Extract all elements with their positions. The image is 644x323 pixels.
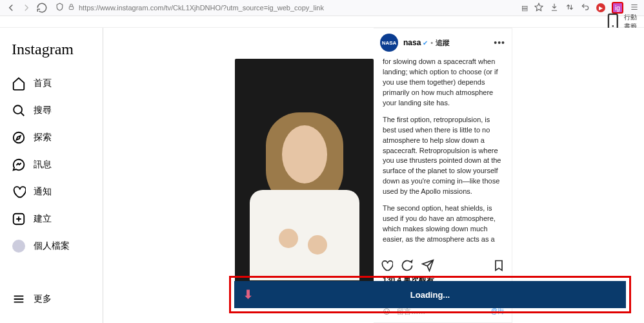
instagram-logo[interactable]: Instagram	[5, 38, 97, 70]
caption-paragraph: The first option, retropropulsion, is be…	[383, 115, 503, 198]
bookmarks-bar: 行動書籤	[0, 16, 644, 28]
download-bar-highlight: ⬇ Loading...	[229, 276, 631, 313]
back-button[interactable]	[5, 2, 17, 14]
sidebar-item-label: 個人檔案	[34, 240, 70, 252]
sidebar-item-label: 首頁	[34, 78, 52, 89]
post-header: NASA nasa ✔ • 追蹤 •••	[374, 28, 512, 57]
address-bar[interactable]: https://www.instagram.com/tv/CkL1XjhDNHO…	[52, 3, 515, 13]
messenger-icon	[12, 158, 26, 172]
plus-square-icon	[12, 212, 26, 226]
lock-icon	[68, 3, 75, 12]
content-area: NASA nasa ✔ • 追蹤 ••• for slowing down a …	[103, 28, 644, 323]
compass-icon	[12, 130, 26, 145]
sidebar-item-profile[interactable]: 個人檔案	[5, 233, 97, 260]
sidebar-item-create[interactable]: 建立	[5, 205, 97, 233]
download-loading-bar[interactable]: ⬇ Loading...	[234, 281, 626, 308]
bookmark-star-icon[interactable]	[534, 3, 543, 14]
heart-icon	[12, 185, 26, 199]
svg-point-3	[14, 132, 25, 143]
home-icon	[12, 76, 26, 90]
sidebar-item-label: 更多	[34, 293, 52, 305]
caption-paragraph: The second option, heat shields, is used…	[383, 203, 503, 245]
download-arrow-icon: ⬇	[243, 287, 253, 302]
share-button[interactable]	[421, 259, 434, 272]
sidebar-item-label: 探索	[34, 132, 52, 143]
verified-badge-icon: ✔	[423, 39, 428, 47]
sidebar-item-label: 建立	[34, 213, 52, 225]
reload-button[interactable]	[36, 2, 48, 14]
sidebar-item-label: 搜尋	[34, 105, 52, 116]
sidebar-item-more[interactable]: 更多	[5, 286, 97, 313]
sidebar-item-explore[interactable]: 探索	[5, 124, 97, 151]
svg-point-2	[14, 105, 22, 114]
browser-toolbar: https://www.instagram.com/tv/CkL1XjhDNHO…	[0, 0, 644, 16]
reader-icon[interactable]: ▤	[521, 4, 528, 12]
post-more-button[interactable]: •••	[494, 37, 505, 48]
svg-rect-0	[69, 6, 73, 10]
sidebar-item-label: 訊息	[34, 159, 52, 171]
video-frame-illustration	[247, 106, 363, 274]
undo-icon[interactable]	[581, 3, 590, 14]
separator-dot: •	[430, 39, 433, 47]
forward-button[interactable]	[21, 2, 32, 14]
url-text: https://www.instagram.com/tv/CkL1XjhDNHO…	[79, 4, 324, 12]
author-username[interactable]: nasa	[403, 38, 421, 47]
sidebar-item-search[interactable]: 搜尋	[5, 97, 97, 124]
caption-paragraph: for slowing down a spacecraft when landi…	[383, 57, 503, 109]
post-caption: for slowing down a spacecraft when landi…	[374, 57, 512, 255]
shield-icon	[55, 3, 64, 13]
like-button[interactable]	[380, 259, 393, 272]
sync-icon[interactable]	[565, 3, 574, 14]
author-avatar[interactable]: NASA	[380, 34, 398, 52]
comment-button[interactable]	[401, 259, 414, 272]
loading-text: Loading...	[410, 290, 450, 300]
sidebar-item-notifications[interactable]: 通知	[5, 178, 97, 205]
follow-link[interactable]: 追蹤	[436, 38, 450, 48]
post-actions	[374, 255, 512, 274]
search-icon	[12, 103, 26, 118]
save-button[interactable]	[492, 259, 505, 272]
sidebar: Instagram 首頁 搜尋 探索 訊息 通知 建立 個人檔案	[0, 28, 103, 323]
sidebar-item-label: 通知	[34, 186, 52, 198]
video-player[interactable]	[235, 59, 374, 285]
sidebar-item-messages[interactable]: 訊息	[5, 151, 97, 178]
sidebar-item-home[interactable]: 首頁	[5, 70, 97, 97]
avatar-icon	[12, 239, 26, 253]
hamburger-icon	[12, 292, 26, 306]
download-icon[interactable]	[550, 3, 559, 14]
